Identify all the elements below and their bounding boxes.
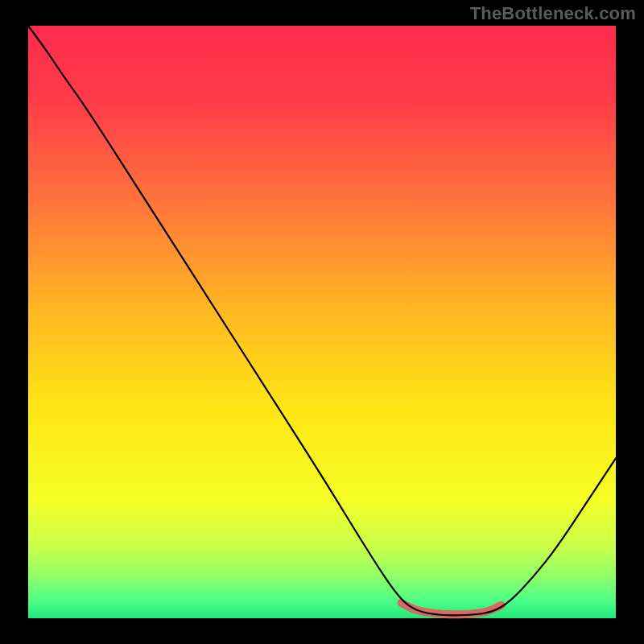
watermark-text: TheBottleneck.com — [470, 3, 636, 24]
plot-background — [28, 26, 616, 618]
chart-container: TheBottleneck.com — [0, 0, 644, 644]
bottleneck-chart — [0, 0, 644, 644]
